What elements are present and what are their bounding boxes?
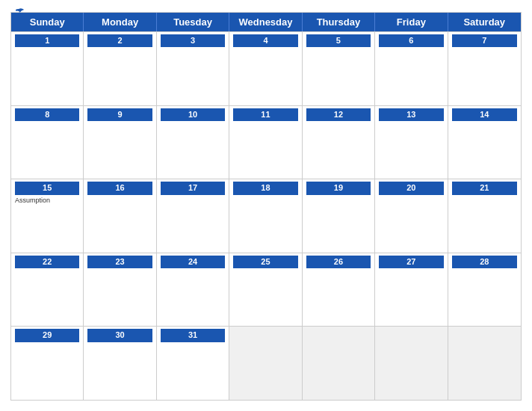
day-number: 30 [87,329,152,342]
day-cell-17: 17 [157,179,229,253]
day-cell-15: 15Assumption [11,179,84,253]
day-number: 3 [161,34,225,47]
day-number: 21 [452,182,517,194]
day-cell-5: 5 [303,32,375,105]
day-cell-24: 24 [157,253,229,327]
day-header-wednesday: Wednesday [229,13,302,31]
day-cell-1: 1 [11,32,84,105]
week-row-2: 891011121314 [11,105,521,179]
day-number: 13 [379,108,443,121]
holiday-label: Assumption [15,197,79,204]
week-row-5: 293031 [11,326,521,400]
day-number: 11 [233,108,297,121]
day-number: 10 [161,108,225,121]
day-cell-10: 10 [157,106,229,179]
day-header-thursday: Thursday [303,13,375,31]
day-cell-9: 9 [84,106,156,179]
day-cell-6: 6 [375,32,448,105]
day-number: 25 [233,256,297,268]
day-number: 24 [161,256,225,268]
day-number: 23 [87,256,152,268]
day-header-monday: Monday [84,13,156,31]
day-cell-8: 8 [11,106,84,179]
day-cell-14: 14 [448,106,521,179]
day-number: 27 [379,256,443,268]
day-cell-16: 16 [84,179,156,253]
day-number: 20 [379,182,443,194]
day-number: 26 [306,256,371,268]
day-cell-22: 22 [11,253,84,327]
day-cell-7: 7 [448,32,521,105]
day-number: 19 [306,182,371,194]
logo-bird-icon [12,7,25,18]
day-cell-19: 19 [303,179,375,253]
day-cell-empty [448,327,521,400]
day-cell-30: 30 [84,327,156,400]
day-cell-3: 3 [157,32,229,105]
day-number: 14 [452,108,517,121]
day-number: 16 [87,182,152,194]
day-number: 5 [306,34,371,47]
day-cell-27: 27 [375,253,448,327]
day-cell-empty [375,327,448,400]
day-cell-11: 11 [229,106,302,179]
day-header-tuesday: Tuesday [157,13,229,31]
day-cell-28: 28 [448,253,521,327]
day-number: 7 [452,34,517,47]
day-cell-21: 21 [448,179,521,253]
logo-blue-text [10,7,25,18]
day-number: 31 [161,329,225,342]
day-headers-row: SundayMondayTuesdayWednesdayThursdayFrid… [11,13,521,31]
day-cell-31: 31 [157,327,229,400]
day-cell-13: 13 [375,106,448,179]
day-number: 22 [15,256,79,268]
day-number: 29 [15,329,79,342]
week-row-1: 1234567 [11,31,521,105]
week-row-3: 15Assumption161718192021 [11,179,521,253]
day-number: 28 [452,256,517,268]
day-cell-empty [229,327,302,400]
day-number: 12 [306,108,371,121]
calendar-container: SundayMondayTuesdayWednesdayThursdayFrid… [0,0,532,411]
day-number: 6 [379,34,443,47]
logo [10,7,25,18]
day-number: 1 [15,34,79,47]
day-number: 4 [233,34,297,47]
day-number: 18 [233,182,297,194]
week-row-4: 22232425262728 [11,253,521,327]
day-header-saturday: Saturday [448,13,521,31]
day-cell-20: 20 [375,179,448,253]
day-cell-26: 26 [303,253,375,327]
day-cell-empty [303,327,375,400]
day-number: 2 [87,34,152,47]
day-number: 9 [87,108,152,121]
day-cell-2: 2 [84,32,156,105]
weeks-container: 123456789101112131415Assumption161718192… [11,31,521,400]
day-cell-18: 18 [229,179,302,253]
day-cell-12: 12 [303,106,375,179]
day-cell-25: 25 [229,253,302,327]
day-cell-4: 4 [229,32,302,105]
calendar-grid: SundayMondayTuesdayWednesdayThursdayFrid… [10,12,522,401]
day-header-friday: Friday [375,13,448,31]
day-number: 15 [15,182,79,194]
day-cell-29: 29 [11,327,84,400]
day-number: 17 [161,182,225,194]
day-number: 8 [15,108,79,121]
day-cell-23: 23 [84,253,156,327]
